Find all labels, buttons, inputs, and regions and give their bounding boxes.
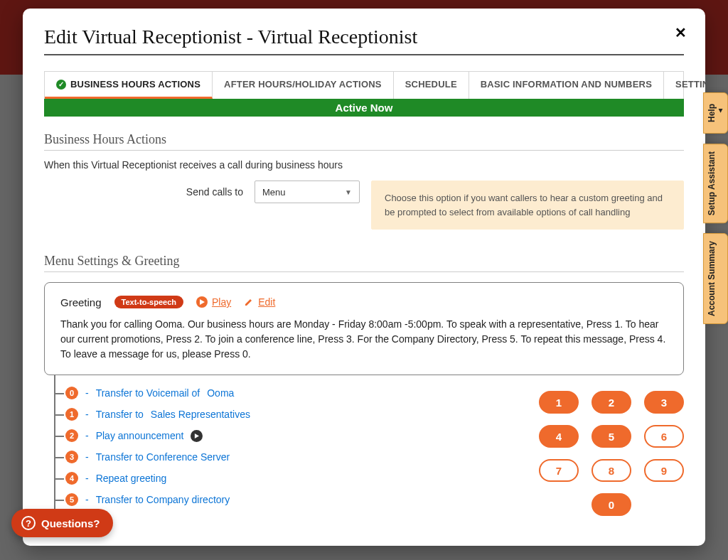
keypad: 1 2 3 4 5 6 7 8 9 0 xyxy=(526,382,684,516)
menu-item-2[interactable]: 2 - Play announcement xyxy=(65,425,512,446)
side-tab-help[interactable]: Help▲ xyxy=(703,92,728,134)
menu-action: Transfer to xyxy=(96,409,144,420)
side-tab-label: Help xyxy=(707,104,717,122)
dash: - xyxy=(85,494,89,505)
tab-bar: ✓BUSINESS HOURS ACTIONS AFTER HOURS/HOLI… xyxy=(44,71,684,99)
key-badge: 5 xyxy=(65,493,78,506)
play-label: Play xyxy=(212,296,231,308)
dash: - xyxy=(85,473,89,484)
menu-action: Play announcement xyxy=(96,430,184,441)
keypad-1[interactable]: 1 xyxy=(539,391,579,414)
keypad-3[interactable]: 3 xyxy=(644,391,684,414)
greeting-label: Greeting xyxy=(60,296,102,308)
side-tabs: Help▲ Setup Assistant Account Summary xyxy=(703,92,728,324)
dash: - xyxy=(85,451,89,463)
pencil-icon xyxy=(244,297,254,307)
svg-marker-1 xyxy=(195,434,199,438)
menu-tree: 0 - Transfer to Voicemail of Ooma 1 - Tr… xyxy=(44,382,512,532)
select-value: Menu xyxy=(262,187,286,198)
key-badge: 1 xyxy=(65,408,78,421)
svg-marker-0 xyxy=(200,299,205,305)
menu-action: Transfer to Conference Server xyxy=(96,451,230,463)
questions-label: Questions? xyxy=(41,517,100,529)
edit-label: Edit xyxy=(258,296,275,308)
keypad-0[interactable]: 0 xyxy=(592,493,631,516)
questions-button[interactable]: ? Questions? xyxy=(11,509,113,537)
title-divider xyxy=(44,54,684,55)
keypad-8[interactable]: 8 xyxy=(592,459,631,482)
key-badge: 2 xyxy=(65,429,78,442)
play-icon xyxy=(196,296,208,308)
menu-target: Sales Representatives xyxy=(151,409,250,420)
play-icon[interactable] xyxy=(191,430,203,442)
keypad-5[interactable]: 5 xyxy=(592,425,631,448)
edit-virtual-receptionist-modal: Edit Virtual Receptionist - Virtual Rece… xyxy=(23,9,705,546)
key-badge: 0 xyxy=(65,387,78,399)
dash: - xyxy=(85,409,89,420)
business-hours-description: When this Virtual Receptionist receives … xyxy=(44,159,684,171)
menu-item-5[interactable]: 5 - Transfer to Company directory xyxy=(65,489,512,510)
menu-item-4[interactable]: 4 - Repeat greeting xyxy=(65,468,512,489)
keypad-9[interactable]: 9 xyxy=(644,459,684,482)
side-tab-label: Account Summary xyxy=(707,241,717,316)
send-calls-info: Choose this option if you want callers t… xyxy=(371,181,684,230)
side-tab-label: Setup Assistant xyxy=(707,151,717,215)
send-calls-select[interactable]: Menu ▼ xyxy=(255,181,360,203)
tab-label: SCHEDULE xyxy=(405,79,457,90)
text-to-speech-badge: Text-to-speech xyxy=(114,296,183,308)
menu-action: Repeat greeting xyxy=(96,473,167,484)
tab-business-hours-actions[interactable]: ✓BUSINESS HOURS ACTIONS xyxy=(45,72,213,99)
tab-basic-information-and-numbers[interactable]: BASIC INFORMATION AND NUMBERS xyxy=(469,72,664,99)
keypad-7[interactable]: 7 xyxy=(539,459,579,482)
menu-item-1[interactable]: 1 - Transfer to Sales Representatives xyxy=(65,404,512,425)
edit-greeting-link[interactable]: Edit xyxy=(244,296,275,308)
side-tab-setup-assistant[interactable]: Setup Assistant xyxy=(703,144,728,223)
menu-item-add[interactable]: + xyxy=(65,510,512,532)
key-badge: 3 xyxy=(65,451,78,463)
chevron-down-icon: ▼ xyxy=(345,188,352,196)
tab-label: BASIC INFORMATION AND NUMBERS xyxy=(481,79,652,90)
question-icon: ? xyxy=(21,516,36,530)
greeting-card: Greeting Text-to-speech Play Edit Thank … xyxy=(44,282,684,375)
send-calls-label: Send calls to xyxy=(44,181,243,198)
tab-label: AFTER HOURS/HOLIDAY ACTIONS xyxy=(224,79,382,90)
active-now-banner: Active Now xyxy=(44,99,684,117)
tab-label: SETTINGS xyxy=(675,79,705,90)
menu-action: Transfer to Voicemail of xyxy=(96,387,200,399)
check-icon: ✓ xyxy=(56,80,66,90)
keypad-6[interactable]: 6 xyxy=(644,425,684,448)
greeting-text: Thank you for calling Ooma. Our business… xyxy=(60,317,668,362)
play-greeting-link[interactable]: Play xyxy=(196,296,231,308)
section-menu-settings-title: Menu Settings & Greeting xyxy=(44,254,684,272)
side-tab-account-summary[interactable]: Account Summary xyxy=(703,233,728,324)
menu-item-3[interactable]: 3 - Transfer to Conference Server xyxy=(65,446,512,468)
chevron-up-icon: ▲ xyxy=(717,100,724,123)
section-business-hours-title: Business Hours Actions xyxy=(44,132,684,151)
dash: - xyxy=(85,430,89,441)
keypad-2[interactable]: 2 xyxy=(592,391,631,414)
dash: - xyxy=(85,387,89,399)
close-icon[interactable]: ✕ xyxy=(675,24,687,41)
menu-item-0[interactable]: 0 - Transfer to Voicemail of Ooma xyxy=(65,382,512,404)
menu-target: Ooma xyxy=(207,387,234,399)
tab-label: BUSINESS HOURS ACTIONS xyxy=(70,79,200,90)
key-badge: 4 xyxy=(65,472,78,485)
send-calls-row: Send calls to Menu ▼ Choose this option … xyxy=(44,181,684,230)
menu-action: Transfer to Company directory xyxy=(96,494,230,505)
tab-schedule[interactable]: SCHEDULE xyxy=(394,72,469,99)
keypad-4[interactable]: 4 xyxy=(539,425,579,448)
tab-settings[interactable]: SETTINGS xyxy=(664,72,705,99)
modal-title: Edit Virtual Receptionist - Virtual Rece… xyxy=(44,26,684,48)
tab-after-hours-holiday-actions[interactable]: AFTER HOURS/HOLIDAY ACTIONS xyxy=(213,72,394,99)
